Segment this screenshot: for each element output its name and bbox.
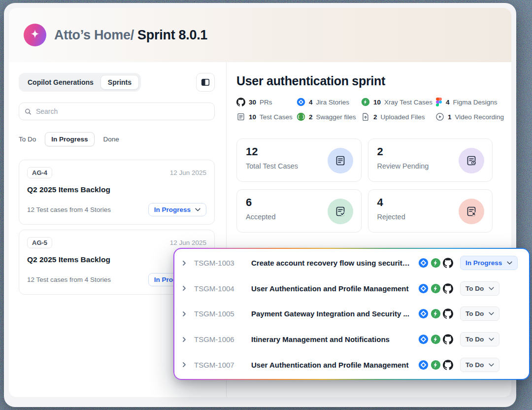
stat-video-recording: 1 Video Recording	[435, 112, 504, 121]
stat-count: 2	[373, 113, 377, 121]
xray-icon	[431, 258, 441, 268]
source-icons	[418, 334, 453, 344]
test-case-status-select[interactable]: To Do	[460, 281, 499, 296]
stat-test-cases: 10 Test Cases	[236, 112, 297, 121]
test-case-status-select[interactable]: To Do	[460, 358, 499, 372]
chevron-down-icon	[489, 312, 494, 315]
xray-icon	[431, 283, 441, 294]
test-case-status-select[interactable]: To Do	[460, 332, 499, 346]
stat-count: 4	[309, 99, 313, 106]
source-icons	[418, 308, 453, 319]
status-value: To Do	[466, 336, 484, 343]
test-case-key: TSGM-1007	[194, 361, 244, 369]
stat-jira-stories: 4 Jira Stories	[297, 98, 361, 106]
filter-done[interactable]: Done	[103, 136, 119, 143]
chevron-right-icon[interactable]	[181, 285, 194, 291]
github-icon	[443, 283, 453, 294]
test-case-title: Payment Gateway Integration and Security…	[251, 309, 413, 318]
test-case-key: TSGM-1004	[194, 284, 244, 293]
chevron-down-icon	[489, 363, 494, 367]
search-field[interactable]	[19, 102, 215, 120]
status-value: To Do	[466, 285, 484, 292]
github-icon	[236, 98, 245, 106]
test-cases-icon	[236, 112, 245, 121]
chevron-right-icon[interactable]	[181, 260, 194, 266]
swagger-icon: { }	[297, 112, 305, 121]
chevron-right-icon[interactable]	[181, 311, 194, 317]
test-case-row[interactable]: TSGM-1007 User Authentication and Profil…	[174, 352, 529, 377]
jira-icon	[297, 98, 305, 106]
sprint-card-title: Q2 2025 Items Backlog	[27, 185, 206, 194]
sprint-status-select[interactable]: In Progress	[148, 203, 206, 216]
source-icons	[418, 258, 453, 268]
doc-check-icon	[328, 199, 353, 224]
sprint-card-meta: 12 Test cases from 4 Stories	[27, 206, 111, 213]
sprint-card-ag4[interactable]: AG-4 12 Jun 2025 Q2 2025 Items Backlog 1…	[19, 160, 215, 225]
stat-figma-designs: 4 Figma Designs	[435, 98, 504, 106]
chevron-down-icon	[489, 338, 494, 341]
summary-cards: 12 Total Test Cases	[236, 138, 493, 233]
stat-label: PRs	[260, 99, 272, 106]
status-value: To Do	[466, 361, 484, 369]
stat-label: Uploaded Files	[381, 113, 425, 121]
card-review-pending: 2 Review Pending	[368, 138, 493, 182]
test-case-key: TSGM-1005	[194, 309, 244, 318]
xray-icon	[431, 334, 441, 344]
tab-copilot-generations[interactable]: Copilot Generations	[21, 75, 100, 89]
stat-uploaded-files: 2 Uploaded Files	[361, 112, 435, 121]
breadcrumb-parent[interactable]: Atto’s Home/	[54, 28, 134, 42]
doc-lines-icon	[328, 148, 353, 173]
stat-label: Jira Stories	[316, 99, 350, 106]
search-input[interactable]	[36, 107, 209, 115]
sprint-key-badge: AG-4	[27, 167, 52, 178]
test-case-title: User Authentication and Profile Manageme…	[251, 284, 413, 293]
test-case-title: Create account recovery flow using secur…	[251, 259, 413, 267]
filter-in-progress[interactable]: In Progress	[45, 132, 94, 146]
sprint-key-badge: AG-5	[27, 237, 52, 248]
test-case-row[interactable]: TSGM-1005 Payment Gateway Integration an…	[174, 301, 529, 327]
sprint-title: User authentication sprint	[236, 74, 494, 88]
jira-icon	[418, 334, 429, 344]
jira-icon	[418, 258, 429, 268]
jira-icon	[418, 308, 429, 319]
sprint-stats: 30 PRs 4 Jira Stories	[236, 98, 494, 121]
github-icon	[443, 308, 453, 319]
test-case-row[interactable]: TSGM-1004 User Authentication and Profil…	[174, 276, 529, 302]
filter-todo[interactable]: To Do	[19, 136, 36, 143]
jira-icon	[418, 360, 429, 370]
sprint-status-value: In Progress	[154, 206, 191, 213]
card-total-test-cases: 12 Total Test Cases	[236, 138, 362, 182]
atto-logo-icon	[24, 24, 46, 46]
stat-prs: 30 PRs	[236, 98, 297, 106]
test-case-row[interactable]: TSGM-1006 Itinerary Management and Notif…	[174, 327, 529, 352]
chevron-right-icon[interactable]	[181, 337, 194, 342]
stat-count: 30	[249, 99, 256, 106]
search-icon	[24, 107, 32, 116]
stat-label: Video Recording	[455, 113, 504, 121]
sprint-card-meta: 12 Test cases from 4 Stories	[27, 276, 111, 283]
test-case-row[interactable]: TSGM-1003 Create account recovery flow u…	[174, 250, 529, 276]
stat-xray-test-cases: 10 Xray Test Cases	[361, 98, 435, 106]
source-icons	[418, 360, 453, 370]
tab-sprints[interactable]: Sprints	[100, 75, 139, 90]
test-case-key: TSGM-1003	[194, 259, 244, 267]
upload-file-icon	[361, 112, 370, 121]
xray-icon	[431, 308, 441, 319]
stat-count: 1	[448, 113, 452, 121]
sidebar-tab-group: Copilot Generations Sprints	[19, 73, 141, 92]
github-icon	[443, 334, 453, 344]
figma-icon	[435, 98, 442, 106]
chevron-right-icon[interactable]	[181, 362, 194, 368]
panel-toggle-icon	[200, 77, 210, 87]
stat-count: 10	[249, 113, 256, 121]
test-case-status-select[interactable]: To Do	[460, 307, 499, 321]
test-case-key: TSGM-1006	[194, 335, 244, 343]
test-case-status-select[interactable]: In Progress	[460, 256, 518, 270]
stat-label: Swagger files	[316, 113, 356, 121]
sparkle-icon	[29, 29, 41, 41]
video-icon	[435, 112, 444, 121]
card-rejected: 4 Rejected	[368, 189, 493, 233]
collapse-panel-button[interactable]	[196, 73, 215, 92]
screen: Atto’s Home/ Sprint 8.0.1 Copilot Genera…	[0, 0, 532, 410]
sprint-date: 12 Jun 2025	[170, 169, 206, 176]
